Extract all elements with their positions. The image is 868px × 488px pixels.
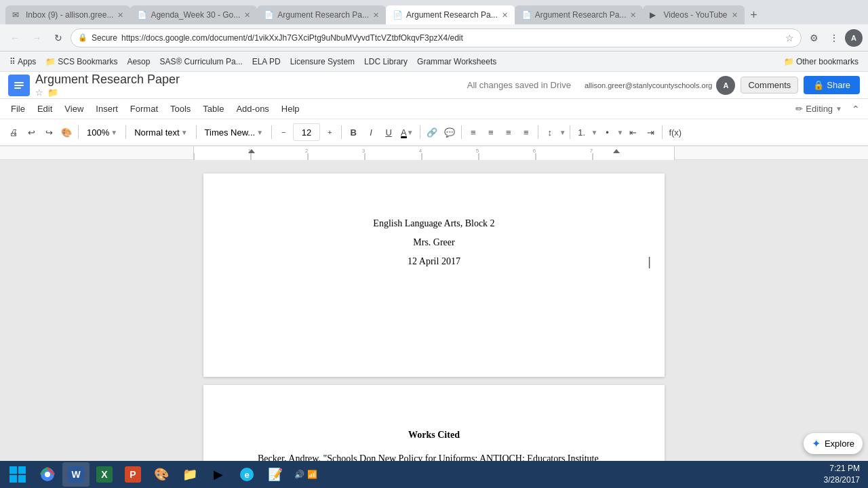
decrease-indent-button[interactable]: ⇤ [625,123,641,142]
font-size-input[interactable] [293,123,320,141]
tab-arg1-close[interactable]: ✕ [373,11,379,20]
folder-icon[interactable]: 📁 [47,87,58,98]
menu-help[interactable]: Help [276,101,305,117]
comment-inline-button[interactable]: 💬 [441,123,458,142]
align-center-button[interactable]: ≡ [483,123,499,142]
profile-button[interactable]: A [845,29,863,47]
taskbar-paint[interactable]: 🎨 [148,462,175,487]
speaker-icon[interactable]: 🔊 [294,470,304,479]
bookmark-apps[interactable]: ⠿ Apps [5,55,40,68]
bookmark-star-icon[interactable]: ☆ [785,33,794,43]
underline-button[interactable]: U [380,123,397,142]
forward-button[interactable]: → [27,28,46,47]
user-name: allison.greer@stanlycountyschools.org [585,81,712,89]
paint-format-button[interactable]: 🎨 [58,123,75,142]
tab-agenda[interactable]: 📄 Agenda_Week 30 - Go... ✕ [130,5,257,24]
taskbar-excel[interactable]: X [91,462,118,487]
line-spacing-button[interactable]: ↕ [542,123,558,142]
bookmark-other[interactable]: 📁 Other bookmarks [780,55,863,68]
arg3-favicon: 📄 [521,10,531,20]
font-color-button[interactable]: A ▼ [398,123,416,142]
other-bookmarks-icon: 📁 [784,57,794,66]
redo-button[interactable]: ↪ [41,123,57,142]
comments-button[interactable]: Comments [741,77,798,94]
zoom-dropdown[interactable]: 100% ▼ [82,123,122,142]
menu-edit[interactable]: Edit [32,101,58,117]
ruler-track: 1 2 3 4 5 6 7 [193,146,675,160]
menu-format[interactable]: Format [125,101,163,117]
notes-icon: 📝 [268,467,283,482]
tab-youtube-close[interactable]: ✕ [732,11,738,20]
taskbar-ie[interactable]: e [233,462,260,487]
font-size-decrease-button[interactable]: − [275,123,292,142]
tab-stop-left[interactable] [248,149,255,153]
start-button[interactable] [3,462,33,487]
bookmark-ldc-label: LDC Library [364,57,408,66]
share-button[interactable]: 🔒 Share [804,76,860,94]
taskbar-powerpoint[interactable]: P [119,462,146,487]
bold-button[interactable]: B [345,123,361,142]
tab-stop-right[interactable] [613,149,620,153]
tab-gmail[interactable]: ✉ Inbox (9) - allison.gree... ✕ [5,5,130,24]
bookmark-scs[interactable]: 📁 SCS Bookmarks [41,55,121,68]
style-dropdown[interactable]: Normal text ▼ [130,123,192,142]
menu-view[interactable]: View [59,101,89,117]
back-button[interactable]: ← [5,28,24,47]
taskbar-mediaplayer[interactable]: ▶ [205,462,232,487]
gdocs-logo[interactable] [8,75,30,96]
menu-file[interactable]: File [5,101,31,117]
menu-table[interactable]: Table [197,101,229,117]
editing-chevron[interactable]: ▼ [835,105,842,113]
reload-button[interactable]: ↻ [49,28,68,47]
taskbar-chrome[interactable] [34,462,61,487]
link-button[interactable]: 🔗 [424,123,440,142]
italic-button[interactable]: I [363,123,379,142]
taskbar-notes[interactable]: 📝 [262,462,289,487]
align-justify-button[interactable]: ≡ [518,123,534,142]
formula-button[interactable]: f(x) [666,123,684,142]
taskbar-word[interactable]: W [62,462,90,487]
explore-button[interactable]: ✦ Explore [804,433,863,454]
align-right-button[interactable]: ≡ [500,123,517,142]
bookmark-aesop[interactable]: Aesop [123,55,154,68]
undo-button[interactable]: ↩ [23,123,39,142]
tab-arg2[interactable]: 📄 Argument Research Pa... ✕ [386,5,515,24]
align-left-button[interactable]: ≡ [465,123,481,142]
tab-arg1[interactable]: 📄 Argument Research Pa... ✕ [257,5,386,24]
tab-arg3[interactable]: 📄 Argument Research Pa... ✕ [515,5,644,24]
extensions-button[interactable]: ⚙ [804,28,823,47]
print-button[interactable]: 🖨 [5,123,22,142]
bookmark-licensure[interactable]: Licensure System [286,55,359,68]
chrome-menu-button[interactable]: ⋮ [825,28,844,47]
increase-indent-button[interactable]: ⇥ [642,123,658,142]
bookmark-ela-label: ELA PD [252,57,281,66]
bullet-list-button[interactable]: • [599,123,615,142]
browser-action-buttons: ⚙ ⋮ A [804,28,863,47]
tab-gmail-close[interactable]: ✕ [117,11,123,20]
bookmark-ldc[interactable]: LDC Library [360,55,412,68]
page-1-content[interactable]: English Language Arts, Block 2 Mrs. Gree… [258,214,610,271]
bookmark-sas[interactable]: SAS® Curriculum Pa... [155,55,246,68]
new-tab-button[interactable]: + [745,5,764,24]
collapse-button[interactable]: ⌃ [849,104,863,115]
tab-arg2-close[interactable]: ✕ [502,11,508,20]
tab-agenda-close[interactable]: ✕ [244,11,250,20]
page-2-content[interactable]: Works Cited [258,426,610,445]
tab-youtube[interactable]: ▶ Videos - YouTube ✕ [643,5,744,24]
font-size-increase-button[interactable]: + [321,123,338,142]
document-title[interactable]: Argument Research Paper [35,73,180,87]
numbered-list-button[interactable]: 1. [574,123,590,142]
taskbar-fileexplorer[interactable]: 📁 [176,462,203,487]
bookmark-grammar[interactable]: Grammar Worksheets [413,55,500,68]
menu-tools[interactable]: Tools [165,101,196,117]
tab-arg3-close[interactable]: ✕ [630,11,636,20]
taskbar-clock[interactable]: 7:21 PM 3/28/2017 [818,463,865,486]
address-bar[interactable]: 🔒 Secure https://docs.google.com/documen… [71,28,802,47]
bookmark-ela[interactable]: ELA PD [248,55,285,68]
user-avatar[interactable]: A [716,76,735,95]
menu-insert[interactable]: Insert [90,101,123,117]
font-dropdown[interactable]: Times New... ▼ [200,123,269,142]
menu-addons[interactable]: Add-ons [231,101,274,117]
network-icon[interactable]: 📶 [307,470,317,479]
star-icon[interactable]: ☆ [35,87,43,98]
